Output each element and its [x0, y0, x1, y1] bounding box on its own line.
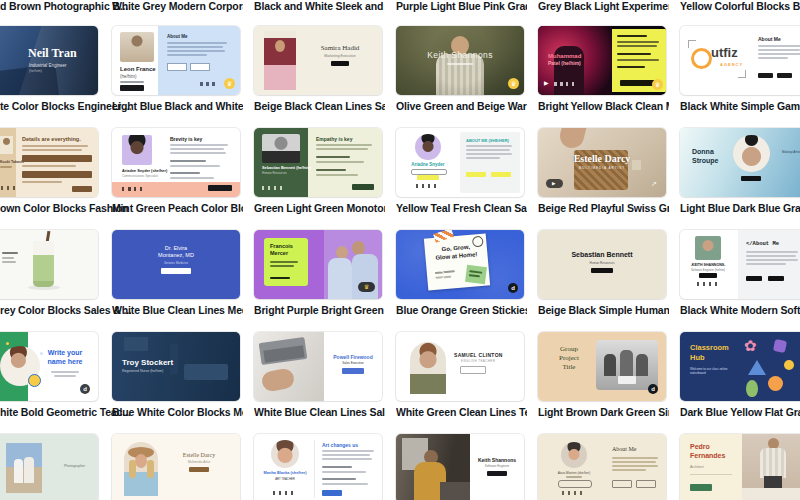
- title-line-3: Title: [546, 363, 592, 371]
- button-shape: [591, 268, 613, 273]
- template-card-ariadne-mint[interactable]: Ariadne Snyder (she/her) Communications …: [112, 128, 240, 197]
- studio-photo: [742, 434, 800, 500]
- person-body: [328, 258, 352, 299]
- button-shape: [758, 73, 773, 78]
- template-title[interactable]: Dark Blue Yellow Flat Graphic ...: [680, 406, 800, 419]
- text-line: [617, 53, 651, 55]
- card-role: Sales Executive: [326, 361, 380, 365]
- button-shape: [768, 276, 784, 281]
- text-line: [170, 152, 226, 154]
- template-card-leon-france[interactable]: Leon France (he/him) About Me ♛: [112, 26, 240, 95]
- template-title[interactable]: Mint Green Peach Color Blocks Sa...: [112, 202, 243, 215]
- template-card-samuel-clinton[interactable]: SAMUEL CLINTON ENGLISH TEACHER: [396, 332, 524, 401]
- text-line: [758, 49, 800, 51]
- template-card-troy-stockert[interactable]: Troy Stockert Registered Nurse (he/him): [112, 332, 240, 401]
- social-icons: [200, 82, 218, 86]
- window-photo: [396, 434, 470, 500]
- template-title[interactable]: Purple Light Blue Pink Gradients ...: [396, 0, 527, 13]
- template-title[interactable]: Light Blue Dark Blue Gradients ...: [680, 202, 800, 215]
- card-name: Samira Hadid: [306, 44, 374, 52]
- brand-monogram: d: [508, 283, 518, 293]
- button-shape: [190, 63, 210, 71]
- hair-shape: [129, 460, 136, 478]
- purple-tile-shape: [773, 339, 787, 353]
- template-card-estelle-video[interactable]: Estelle Darcy MULTIMEDIA ARTIST ▶ ↗: [538, 128, 666, 197]
- template-title[interactable]: White Blue Clean Lines Medicine ...: [112, 304, 243, 317]
- template-card-francois-mercer[interactable]: Francois Mercer ♛: [254, 230, 382, 299]
- template-title[interactable]: White Green Clean Lines Teacher ...: [396, 406, 527, 419]
- template-title[interactable]: Bright Purple Bright Green Friendl...: [254, 304, 385, 317]
- template-title[interactable]: Black White Modern Software ...: [680, 304, 800, 317]
- template-title[interactable]: Light Blue Black and White Clean ...: [112, 100, 243, 113]
- template-card-muhammad-patel[interactable]: Muhammad Patel (he/him) ▶ ♛: [538, 26, 666, 95]
- template-title[interactable]: White Blue Clean Lines Sales & Ma...: [254, 406, 385, 419]
- card-name-2: Patel (he/him): [548, 60, 581, 66]
- card-name-2: Hub: [690, 353, 705, 362]
- template-title[interactable]: Blue Orange Green Stickies and Sc...: [396, 304, 527, 317]
- template-title[interactable]: Grey Black Light Experimental Pri...: [538, 0, 669, 13]
- template-card-neil-tran[interactable]: Neil Tran Industrial Engineer (he/him): [0, 26, 98, 95]
- text-line: [54, 375, 76, 377]
- template-title[interactable]: Bright Yellow Black Clean Minimal...: [538, 100, 669, 113]
- template-card-martha-blanka[interactable]: Martha Blanka (she/her) ART TEACHER Art …: [254, 434, 382, 500]
- desk-shape: [742, 488, 800, 500]
- template-title[interactable]: White Grey Modern Corporate Bu...: [112, 0, 243, 13]
- template-title[interactable]: Beige Black Simple Human Resour...: [538, 304, 669, 317]
- template-title[interactable]: Beige Red Playful Swiss Graphic D...: [538, 202, 669, 215]
- template-card-group-project[interactable]: Group Project Title d: [538, 332, 666, 401]
- flower-shape: ✿: [744, 337, 757, 355]
- template-card-keith-software[interactable]: -KEITH SHANNONS- Software Engineer (he/h…: [680, 230, 800, 299]
- card-name-2: Montanez, MD: [112, 252, 240, 258]
- template-card-estelle-resume[interactable]: Estelle Darcy Multimedia Artist: [112, 434, 240, 500]
- arch-photo: [124, 442, 158, 496]
- hair-shape: [147, 460, 154, 478]
- template-card-glow-at-home[interactable]: Go, Grow, Glow at Home! d: [396, 230, 524, 299]
- template-card-photographer[interactable]: Photographer: [0, 434, 98, 500]
- text-line: [170, 172, 200, 174]
- template-title[interactable]: Yellow Colorful Blocks Blogger...: [680, 0, 800, 13]
- pro-crown-icon: ♛: [508, 78, 519, 89]
- template-card-aiara-martins[interactable]: Aiara Martins (she/her) About Me: [538, 434, 666, 500]
- portrait-photo: [561, 442, 587, 468]
- template-card-powell-firewood[interactable]: Powell Firewood Sales Executive: [254, 332, 382, 401]
- card-name: Dr. Elvira: [112, 245, 240, 251]
- template-title[interactable]: Beige Black Clean Lines Sales & M...: [254, 100, 385, 113]
- divider-line: [690, 474, 732, 475]
- text-line: [322, 478, 356, 480]
- card-name: Muhammad: [548, 53, 581, 59]
- template-card-dr-elvira[interactable]: Dr. Elvira Montanez, MD Geriatric Medici…: [112, 230, 240, 299]
- section-band: [22, 155, 92, 162]
- template-card-kouki-takashi[interactable]: Kouki Takashi Details are everything.: [0, 128, 98, 197]
- template-card-sebastian-beige[interactable]: Sebastian Bennett Human Resources: [538, 230, 666, 299]
- template-card-pedro-fernandes[interactable]: Pedro Fernandes Architect: [680, 434, 800, 500]
- template-title[interactable]: Light Brown Dark Green Simple Ph...: [538, 406, 669, 419]
- template-card-classroom-hub[interactable]: Classroom Hub Welcome to our class onlin…: [680, 332, 800, 401]
- template-title[interactable]: Yellow Teal Fresh Clean Sales & M...: [396, 202, 527, 215]
- template-card-teacher-green[interactable]: Write your name here d: [0, 332, 98, 401]
- text-line: [170, 165, 220, 167]
- template-card-ariadne-yellow[interactable]: Ariadne Snyder ABOUT ME (SHE/HER): [396, 128, 524, 197]
- template-card-samira-hadid[interactable]: Samira Hadid Marketing Executive: [254, 26, 382, 95]
- template-title[interactable]: Green Light Green Monotone Hum...: [254, 202, 385, 215]
- card-role: Human Resources: [262, 171, 287, 175]
- template-card-outfiz-agency[interactable]: utfiz AGENCY About Me: [680, 26, 800, 95]
- button-shape: [620, 80, 656, 86]
- template-card-keith-olive[interactable]: Keith Shannons ♛: [396, 26, 524, 95]
- section-band: [22, 171, 92, 178]
- text-line: [322, 458, 372, 460]
- social-icons: [697, 282, 717, 286]
- brand-name: utfiz: [711, 45, 738, 60]
- section-heading: Empathy is key: [316, 136, 352, 142]
- template-title[interactable]: Black White Simple Game Deve...: [680, 100, 800, 113]
- template-title[interactable]: Olive Green and Beige Warm Neut...: [396, 100, 527, 113]
- template-card-sebastian-green[interactable]: Sebastian Bennett (he/him) Human Resourc…: [254, 128, 382, 197]
- template-card-matcha[interactable]: [0, 230, 98, 299]
- template-title[interactable]: Black and White Sleek and Simple ...: [254, 0, 385, 13]
- template-card-donna-stroupe[interactable]: Donna Stroupe Makeup Artist: [680, 128, 800, 197]
- template-card-keith-engineer[interactable]: Keith Shannons Software Engineer: [396, 434, 524, 500]
- text-line: [316, 148, 368, 150]
- social-icons: [273, 491, 297, 495]
- card-name: Kouki Takashi: [0, 160, 24, 164]
- portrait-photo: [415, 134, 441, 160]
- template-title[interactable]: Blue White Color Blocks Medicine ...: [112, 406, 243, 419]
